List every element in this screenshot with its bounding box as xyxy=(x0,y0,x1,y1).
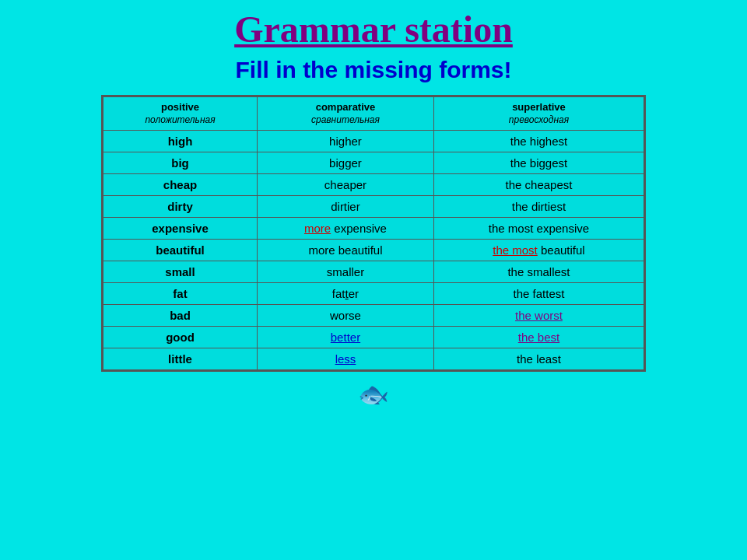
positive-cell: small xyxy=(103,261,258,283)
superlative-cell: the worst xyxy=(433,305,644,327)
table-row: cheapcheaperthe cheapest xyxy=(103,174,644,196)
page-title: Grammar station xyxy=(234,8,513,51)
table-row: beautifulmore beautifulthe most beautifu… xyxy=(103,240,644,261)
positive-cell: expensive xyxy=(103,218,258,240)
comparative-cell: more beautiful xyxy=(258,240,434,261)
positive-cell: big xyxy=(103,152,258,174)
comparative-cell: more expensive xyxy=(258,218,434,240)
positive-cell: fat xyxy=(103,283,258,305)
superlative-cell: the dirtiest xyxy=(433,196,644,218)
page-subtitle: Fill in the missing forms! xyxy=(235,57,511,83)
table-row: littlelessthe least xyxy=(103,348,644,370)
header-superlative: superlative превосходная xyxy=(433,97,644,131)
header-positive-english: positive xyxy=(110,101,251,114)
superlative-cell: the fattest xyxy=(433,283,644,305)
header-comparative-russian: сравнительная xyxy=(264,114,427,127)
grammar-table-wrapper: positive положительная comparative сравн… xyxy=(101,95,646,372)
comparative-cell: worse xyxy=(258,305,434,327)
header-positive: positive положительная xyxy=(103,97,258,131)
superlative-cell: the biggest xyxy=(433,152,644,174)
table-row: fatfatterthe fattest xyxy=(103,283,644,305)
page-container: Grammar station Fill in the missing form… xyxy=(0,0,747,560)
table-row: smallsmallerthe smallest xyxy=(103,261,644,283)
comparative-cell: higher xyxy=(258,131,434,152)
table-header-row: positive положительная comparative сравн… xyxy=(103,97,644,131)
positive-cell: cheap xyxy=(103,174,258,196)
superlative-cell: the best xyxy=(433,327,644,348)
table-row: bigbiggerthe biggest xyxy=(103,152,644,174)
superlative-cell: the most beautiful xyxy=(433,240,644,261)
grammar-table: positive положительная comparative сравн… xyxy=(103,96,644,370)
header-comparative: comparative сравнительная xyxy=(258,97,434,131)
superlative-cell: the smallest xyxy=(433,261,644,283)
positive-cell: little xyxy=(103,348,258,370)
positive-cell: high xyxy=(103,131,258,152)
table-row: expensivemore expensivethe most expensiv… xyxy=(103,218,644,240)
superlative-cell: the least xyxy=(433,348,644,370)
comparative-cell: smaller xyxy=(258,261,434,283)
comparative-cell: better xyxy=(258,327,434,348)
positive-cell: good xyxy=(103,327,258,348)
positive-cell: beautiful xyxy=(103,240,258,261)
comparative-cell: less xyxy=(258,348,434,370)
positive-cell: dirty xyxy=(103,196,258,218)
header-superlative-english: superlative xyxy=(440,101,637,114)
comparative-cell: fatter xyxy=(258,283,434,305)
superlative-cell: the most expensive xyxy=(433,218,644,240)
table-row: badworsethe worst xyxy=(103,305,644,327)
comparative-cell: bigger xyxy=(258,152,434,174)
superlative-cell: the highest xyxy=(433,131,644,152)
header-comparative-english: comparative xyxy=(264,101,427,114)
header-positive-russian: положительная xyxy=(110,114,251,127)
table-row: dirtydirtierthe dirtiest xyxy=(103,196,644,218)
header-superlative-russian: превосходная xyxy=(440,114,637,127)
table-row: goodbetterthe best xyxy=(103,327,644,348)
positive-cell: bad xyxy=(103,305,258,327)
fish-decoration: 🐟 xyxy=(358,380,389,409)
superlative-cell: the cheapest xyxy=(433,174,644,196)
comparative-cell: cheaper xyxy=(258,174,434,196)
comparative-cell: dirtier xyxy=(258,196,434,218)
table-row: highhigherthe highest xyxy=(103,131,644,152)
